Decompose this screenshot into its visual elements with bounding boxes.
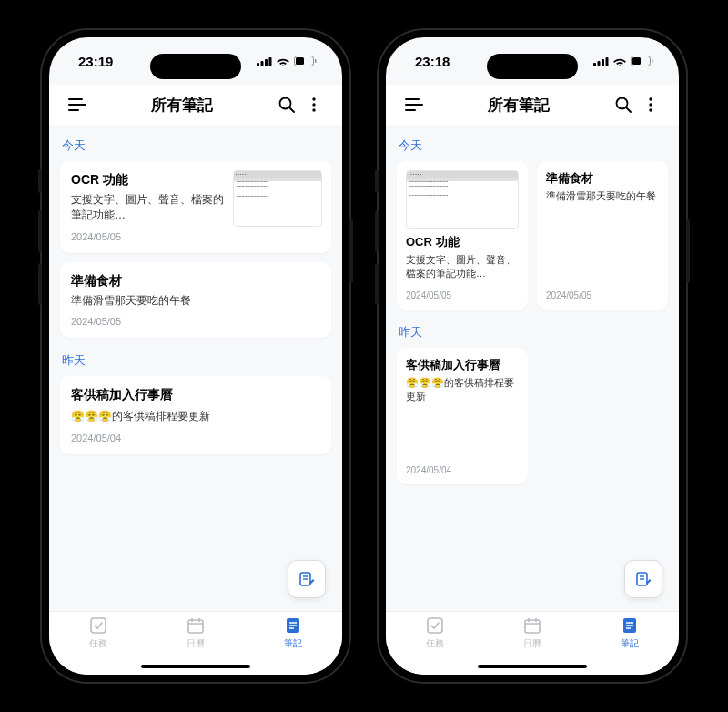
side-button <box>686 219 690 283</box>
note-date: 2024/05/05 <box>71 316 320 327</box>
tab-tasks[interactable]: 任務 <box>49 615 147 675</box>
dynamic-island <box>487 54 578 79</box>
note-icon <box>283 615 303 636</box>
task-icon <box>88 615 108 636</box>
hamburger-icon <box>68 98 86 111</box>
svg-rect-27 <box>593 63 596 66</box>
svg-rect-1 <box>261 61 264 66</box>
note-desc: 準備滑雪那天要吃的午餐 <box>546 189 659 281</box>
menu-button[interactable] <box>64 91 91 118</box>
more-vertical-icon <box>312 97 316 112</box>
new-note-button[interactable] <box>624 560 662 598</box>
section-label-today: 今天 <box>397 132 668 161</box>
note-date: 2024/05/05 <box>406 290 519 300</box>
status-time: 23:18 <box>415 54 450 69</box>
tab-label: 筆記 <box>621 637 639 650</box>
section-label-yesterday: 昨天 <box>60 347 331 376</box>
svg-rect-30 <box>606 57 609 66</box>
section-label-yesterday: 昨天 <box>397 319 668 348</box>
svg-rect-18 <box>91 618 106 633</box>
note-thumbnail: ▪ ▪ ▪ ▪ ▪ ▪ ▪▪▪▪▪▪▪▪▪▪▪▪▪▪▪▪▪▪▪▪▪▪▪▪▪▪▪▪… <box>233 170 322 227</box>
new-note-button[interactable] <box>288 560 326 598</box>
note-edit-icon <box>634 570 652 588</box>
notes-grid[interactable]: 今天 ▪ ▪ ▪ ▪ ▪ ▪ ▪▪▪▪▪▪▪▪▪▪▪▪▪▪▪▪▪▪▪▪▪▪▪▪▪… <box>386 125 679 611</box>
note-title: 客供稿加入行事曆 <box>406 357 519 373</box>
note-desc: 😤😤😤的客供稿排程要更新 <box>71 410 210 422</box>
home-indicator[interactable] <box>478 665 587 668</box>
note-desc: 支援文字、圖片、聲音、檔案的筆記功能… <box>71 192 224 224</box>
note-title: OCR 功能 <box>71 172 224 188</box>
status-time: 23:19 <box>78 54 113 69</box>
wifi-icon <box>276 56 290 66</box>
phone-left: 23:19 所有筆記 今天 OCR 功能 <box>40 28 351 684</box>
tab-notes[interactable]: 筆記 <box>581 615 679 675</box>
more-button[interactable] <box>637 91 664 118</box>
svg-rect-3 <box>269 57 272 66</box>
search-button[interactable] <box>273 91 300 118</box>
side-button <box>38 169 42 193</box>
svg-rect-5 <box>296 57 304 65</box>
side-button <box>349 219 353 283</box>
search-button[interactable] <box>610 91 637 118</box>
status-icons <box>593 56 653 66</box>
svg-point-41 <box>649 108 652 111</box>
note-card[interactable]: ▪ ▪ ▪ ▪ ▪ ▪ ▪▪▪▪▪▪▪▪▪▪▪▪▪▪▪▪▪▪▪▪▪▪▪▪▪▪▪▪… <box>397 161 528 310</box>
menu-button[interactable] <box>400 91 428 118</box>
more-button[interactable] <box>300 91 328 118</box>
screen: 23:19 所有筆記 今天 OCR 功能 <box>49 37 342 675</box>
notes-list[interactable]: 今天 OCR 功能 支援文字、圖片、聲音、檔案的筆記功能… 2024/05/05… <box>49 125 342 611</box>
status-icons <box>257 56 317 66</box>
calendar-icon <box>522 615 542 636</box>
app-header: 所有筆記 <box>49 85 342 125</box>
note-date: 2024/05/04 <box>71 432 320 443</box>
note-card[interactable]: 準備食材 準備滑雪那天要吃的午餐 2024/05/05 <box>537 161 668 310</box>
search-icon <box>278 97 295 113</box>
note-date: 2024/05/05 <box>546 290 659 300</box>
wifi-icon <box>612 56 627 66</box>
side-button <box>38 263 42 305</box>
svg-point-14 <box>312 108 315 111</box>
note-card[interactable]: 客供稿加入行事曆 😤😤😤的客供稿排程要更新 2024/05/04 <box>60 376 331 453</box>
svg-rect-32 <box>632 57 641 65</box>
tab-label: 筆記 <box>284 637 302 650</box>
note-edit-icon <box>298 570 316 588</box>
svg-rect-33 <box>652 59 653 63</box>
note-title: OCR 功能 <box>406 234 519 250</box>
note-title: 客供稿加入行事曆 <box>71 387 320 403</box>
note-date: 2024/05/05 <box>71 231 224 242</box>
svg-rect-6 <box>315 59 317 63</box>
page-title: 所有筆記 <box>428 95 610 116</box>
tab-notes[interactable]: 筆記 <box>245 615 342 675</box>
side-button <box>375 210 379 252</box>
svg-point-13 <box>312 103 315 106</box>
hamburger-icon <box>405 98 423 111</box>
note-thumbnail: ▪ ▪ ▪ ▪ ▪ ▪ ▪▪▪▪▪▪▪▪▪▪▪▪▪▪▪▪▪▪▪▪▪▪▪▪▪▪▪▪… <box>406 170 519 229</box>
svg-rect-2 <box>265 59 268 66</box>
note-card[interactable]: 準備食材 準備滑雪那天要吃的午餐 2024/05/05 <box>60 262 331 338</box>
svg-point-40 <box>649 103 652 106</box>
svg-point-12 <box>312 97 315 100</box>
section-label-today: 今天 <box>60 132 331 161</box>
app-header: 所有筆記 <box>386 85 679 125</box>
tab-label: 任務 <box>426 637 444 650</box>
svg-rect-46 <box>525 620 540 633</box>
svg-rect-45 <box>428 618 442 633</box>
screen: 23:18 所有筆記 今天 ▪ ▪ <box>386 37 679 675</box>
note-title: 準備食材 <box>546 170 659 187</box>
battery-icon <box>294 56 317 66</box>
side-button <box>375 263 379 305</box>
tab-tasks[interactable]: 任務 <box>386 615 483 675</box>
side-button <box>38 210 42 252</box>
svg-point-39 <box>649 97 652 100</box>
dynamic-island <box>150 54 241 79</box>
note-title: 準備食材 <box>71 273 320 290</box>
svg-line-11 <box>289 107 294 112</box>
home-indicator[interactable] <box>141 665 250 668</box>
svg-rect-28 <box>598 61 601 66</box>
note-card[interactable]: OCR 功能 支援文字、圖片、聲音、檔案的筆記功能… 2024/05/05 ▪ … <box>60 161 331 253</box>
signal-icon <box>593 56 609 66</box>
note-card[interactable]: 客供稿加入行事曆 😤😤😤的客供稿排程要更新 2024/05/04 <box>397 348 528 484</box>
note-desc: 準備滑雪那天要吃的午餐 <box>71 293 320 309</box>
more-vertical-icon <box>649 97 652 112</box>
tab-label: 日曆 <box>187 637 205 650</box>
